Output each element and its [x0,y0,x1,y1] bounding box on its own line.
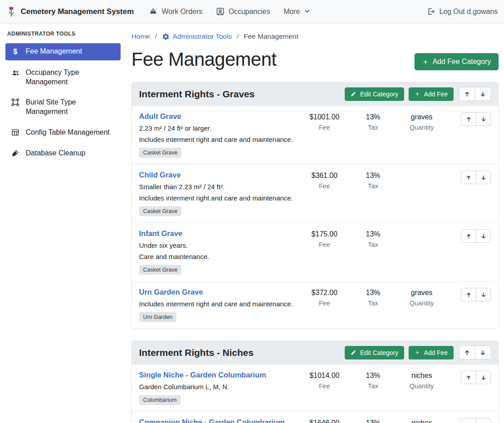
page-title: Fee Management [131,49,276,70]
nav-more[interactable]: More [284,8,310,16]
fee-name-link[interactable]: Infant Grave [139,229,182,238]
breadcrumb-admin-tools-label: Administrator Tools [173,32,232,41]
quantity-col: graves Quantity [397,288,446,307]
add-fee-button[interactable]: Add Fee [409,346,454,359]
nav-occupancies-label: Occupancies [229,8,270,16]
fee-description: Garden Columbarium L, M, N. [139,383,296,391]
sign-out-icon [427,7,435,16]
fee-type-badge: Casket Grave [139,206,181,216]
app-brand[interactable]: Cemetery Management System [6,5,134,18]
move-category-down-button[interactable] [475,346,491,359]
arrow-down-icon [481,116,486,122]
move-fee-down-button[interactable] [476,288,491,301]
fee-row: Single Niche - Garden Columbarium Garden… [132,364,498,411]
move-category-up-button[interactable] [459,346,475,359]
move-fee-up-button[interactable] [461,418,476,423]
logout-button[interactable]: Log Out d.gowans [427,7,498,16]
quantity-value: niches [397,372,446,380]
page-header: Fee Management Add Fee Category [131,49,499,70]
fee-amount-label: Fee [300,182,349,190]
quantity-value: niches [397,419,446,423]
arrow-up-icon [466,116,472,122]
tax-col: 13% Tax [349,288,397,307]
fee-info: Infant Grave Under six years. Care and m… [139,229,300,275]
tax-value: 13% [349,372,397,380]
sidebar-item-label: Burial Site Type Management [26,98,115,117]
tax-value: 13% [349,172,397,180]
breadcrumb-home-link[interactable]: Home [131,32,150,41]
edit-category-button[interactable]: Edit Category [345,346,404,359]
arrow-up-icon [464,91,470,97]
breadcrumb-admin-tools-link[interactable]: Administrator Tools [162,32,232,41]
breadcrumb-separator: / [237,32,238,41]
quantity-col: niches Quantity [397,371,446,390]
move-fee-up-button[interactable] [461,229,476,243]
fee-description: Includes interment right and care and ma… [139,300,296,308]
fee-amount: $1001.00 [300,113,349,121]
sidebar-item-occupancy-type-management[interactable]: Occupancy Type Management [5,64,121,91]
tax-value: 13% [349,419,397,423]
arrow-down-icon [480,91,486,97]
add-fee-category-button[interactable]: Add Fee Category [414,53,499,70]
category-title: Interment Rights - Graves [139,89,340,100]
move-fee-up-button[interactable] [461,112,476,126]
fee-row: Child Grave Smaller than 2.23 m² / 24 ft… [132,164,498,223]
fee-info: Companion Niche - Garden Columbarium Gar… [139,418,300,423]
tax-col: 13% Tax [349,171,397,190]
move-fee-up-button[interactable] [461,171,476,184]
move-fee-down-button[interactable] [476,171,491,184]
fee-name-link[interactable]: Child Grave [139,171,181,179]
add-fee-button[interactable]: Add Fee [409,87,454,101]
fee-info: Adult Grave 2.23 m² / 24 ft² or larger. … [139,112,300,158]
app-title: Cemetery Management System [21,7,134,16]
fee-description: Includes interment right and care and ma… [139,194,296,202]
broom-icon [11,149,20,157]
arrow-down-icon [481,233,486,239]
add-fee-category-label: Add Fee Category [432,58,491,66]
fee-reorder-buttons [446,229,491,243]
move-category-down-button[interactable] [475,87,491,101]
fee-category-card: Interment Rights - Graves Edit Category … [131,82,499,329]
fee-row: Urn Garden Grave Includes interment righ… [132,281,498,328]
fee-amount-col: $361.00 Fee [300,171,349,190]
sidebar-item-burial-site-type-management[interactable]: Burial Site Type Management [5,94,121,120]
move-fee-down-button[interactable] [476,418,491,423]
move-fee-down-button[interactable] [476,229,491,243]
tax-value: 13% [349,230,397,238]
fee-row: Companion Niche - Garden Columbarium Gar… [132,411,498,423]
sidebar-item-config-table-management[interactable]: Config Table Management [5,124,121,141]
fee-amount: $1646.00 [300,419,349,423]
fee-reorder-buttons [446,112,491,126]
move-fee-down-button[interactable] [476,371,491,384]
fee-type-badge: Urn Garden [139,312,176,322]
nav-work-orders[interactable]: Work Orders [149,7,202,16]
quantity-col: niches Quantity [397,418,446,423]
edit-category-label: Edit Category [360,349,398,356]
edit-category-button[interactable]: Edit Category [345,87,404,101]
main-nav: Work Orders Occupancies More [149,7,310,16]
move-fee-up-button[interactable] [461,371,476,384]
logout-label: Log Out d.gowans [439,8,498,16]
table-icon [11,128,20,136]
fee-name-link[interactable]: Single Niche - Garden Columbarium [139,371,266,379]
breadcrumb-separator: / [155,32,157,41]
nav-work-orders-label: Work Orders [162,8,202,16]
arrow-up-icon [466,292,472,298]
pencil-icon [351,350,356,355]
sidebar-item-database-cleanup[interactable]: Database Cleanup [5,145,121,162]
move-fee-up-button[interactable] [461,288,476,301]
fee-amount-col: $1001.00 Fee [300,112,349,131]
arrow-down-icon [481,375,486,381]
tax-value: 13% [349,113,397,121]
fee-amount-label: Fee [300,124,349,131]
sidebar-item-fee-management[interactable]: $ Fee Management [5,43,121,60]
arrow-down-icon [481,292,486,298]
fee-name-link[interactable]: Adult Grave [139,112,181,121]
fee-name-link[interactable]: Companion Niche - Garden Columbarium [139,418,285,423]
move-category-up-button[interactable] [459,87,475,101]
tulip-logo-icon [6,5,16,18]
nav-occupancies[interactable]: Occupancies [216,7,270,16]
fee-name-link[interactable]: Urn Garden Grave [139,288,203,296]
fee-description: Smaller than 2.23 m² / 24 ft². [139,183,296,191]
move-fee-down-button[interactable] [476,112,491,126]
